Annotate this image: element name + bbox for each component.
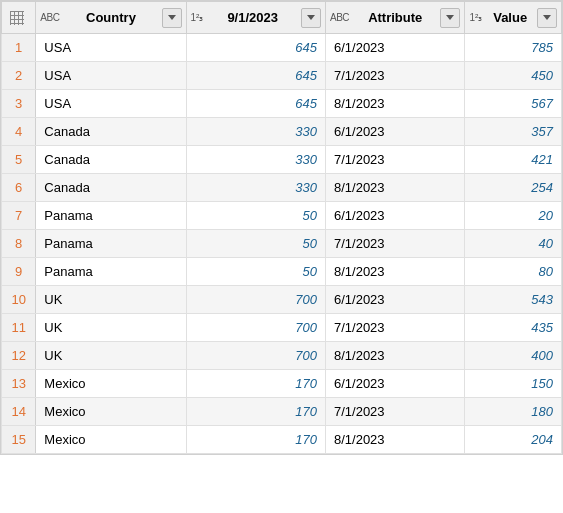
date-header: 1²₃ 9/1/2023 xyxy=(186,2,325,34)
row-num-header xyxy=(2,2,36,34)
table-row: 11UK7007/1/2023435 xyxy=(2,314,562,342)
attribute-cell: 7/1/2023 xyxy=(325,146,464,174)
row-number: 2 xyxy=(2,62,36,90)
value-cell: 450 xyxy=(465,62,562,90)
attribute-cell: 8/1/2023 xyxy=(325,426,464,454)
date-cell: 50 xyxy=(186,258,325,286)
value-cell: 435 xyxy=(465,314,562,342)
attribute-dropdown-arrow xyxy=(446,15,454,20)
value-cell: 543 xyxy=(465,286,562,314)
attribute-cell: 6/1/2023 xyxy=(325,118,464,146)
row-number: 14 xyxy=(2,398,36,426)
country-cell: USA xyxy=(36,62,186,90)
table-row: 14Mexico1707/1/2023180 xyxy=(2,398,562,426)
data-table: ABC Country 1²₃ 9/1/2023 xyxy=(0,0,563,455)
country-cell: Panama xyxy=(36,230,186,258)
value-cell: 254 xyxy=(465,174,562,202)
row-number: 4 xyxy=(2,118,36,146)
attribute-cell: 8/1/2023 xyxy=(325,258,464,286)
country-dropdown-arrow xyxy=(168,15,176,20)
table-row: 1USA6456/1/2023785 xyxy=(2,34,562,62)
date-cell: 330 xyxy=(186,174,325,202)
country-cell: Mexico xyxy=(36,426,186,454)
date-filter-button[interactable] xyxy=(301,8,321,28)
attribute-cell: 8/1/2023 xyxy=(325,90,464,118)
country-filter-button[interactable] xyxy=(162,8,182,28)
abc-icon-country: ABC xyxy=(40,12,59,23)
country-cell: Canada xyxy=(36,118,186,146)
row-number: 3 xyxy=(2,90,36,118)
date-cell: 330 xyxy=(186,118,325,146)
country-cell: UK xyxy=(36,314,186,342)
attribute-cell: 8/1/2023 xyxy=(325,174,464,202)
table-row: 15Mexico1708/1/2023204 xyxy=(2,426,562,454)
country-header: ABC Country xyxy=(36,2,186,34)
date-cell: 170 xyxy=(186,426,325,454)
attribute-header: ABC Attribute xyxy=(325,2,464,34)
value-cell: 357 xyxy=(465,118,562,146)
value-cell: 204 xyxy=(465,426,562,454)
header-row: ABC Country 1²₃ 9/1/2023 xyxy=(2,2,562,34)
row-number: 12 xyxy=(2,342,36,370)
table-row: 3USA6458/1/2023567 xyxy=(2,90,562,118)
country-cell: UK xyxy=(36,286,186,314)
date-header-label: 9/1/2023 xyxy=(206,10,299,25)
num-icon-date: 1²₃ xyxy=(191,12,204,23)
attribute-cell: 7/1/2023 xyxy=(325,62,464,90)
row-number: 9 xyxy=(2,258,36,286)
value-cell: 180 xyxy=(465,398,562,426)
value-header: 1²₃ Value xyxy=(465,2,562,34)
country-cell: Panama xyxy=(36,202,186,230)
value-cell: 80 xyxy=(465,258,562,286)
country-cell: Canada xyxy=(36,146,186,174)
table-row: 5Canada3307/1/2023421 xyxy=(2,146,562,174)
value-cell: 785 xyxy=(465,34,562,62)
date-cell: 700 xyxy=(186,314,325,342)
value-cell: 567 xyxy=(465,90,562,118)
row-number: 10 xyxy=(2,286,36,314)
table-row: 4Canada3306/1/2023357 xyxy=(2,118,562,146)
row-number: 6 xyxy=(2,174,36,202)
table-row: 12UK7008/1/2023400 xyxy=(2,342,562,370)
table-row: 7Panama506/1/202320 xyxy=(2,202,562,230)
value-filter-button[interactable] xyxy=(537,8,557,28)
row-number: 8 xyxy=(2,230,36,258)
row-number: 7 xyxy=(2,202,36,230)
country-cell: USA xyxy=(36,34,186,62)
date-cell: 645 xyxy=(186,90,325,118)
attribute-cell: 6/1/2023 xyxy=(325,202,464,230)
date-cell: 330 xyxy=(186,146,325,174)
table-row: 10UK7006/1/2023543 xyxy=(2,286,562,314)
attribute-cell: 6/1/2023 xyxy=(325,34,464,62)
value-cell: 40 xyxy=(465,230,562,258)
attribute-cell: 7/1/2023 xyxy=(325,230,464,258)
date-cell: 170 xyxy=(186,370,325,398)
country-cell: Mexico xyxy=(36,370,186,398)
row-number: 1 xyxy=(2,34,36,62)
abc-icon-attribute: ABC xyxy=(330,12,349,23)
date-cell: 700 xyxy=(186,286,325,314)
table-row: 6Canada3308/1/2023254 xyxy=(2,174,562,202)
row-number: 15 xyxy=(2,426,36,454)
date-cell: 50 xyxy=(186,202,325,230)
value-cell: 421 xyxy=(465,146,562,174)
grid-icon xyxy=(10,11,24,25)
table-row: 8Panama507/1/202340 xyxy=(2,230,562,258)
attribute-filter-button[interactable] xyxy=(440,8,460,28)
value-header-label: Value xyxy=(485,10,535,25)
row-number: 11 xyxy=(2,314,36,342)
date-cell: 645 xyxy=(186,62,325,90)
table-row: 2USA6457/1/2023450 xyxy=(2,62,562,90)
table-row: 9Panama508/1/202380 xyxy=(2,258,562,286)
date-cell: 170 xyxy=(186,398,325,426)
attribute-header-label: Attribute xyxy=(352,10,438,25)
value-dropdown-arrow xyxy=(543,15,551,20)
num-icon-value: 1²₃ xyxy=(469,12,482,23)
attribute-cell: 7/1/2023 xyxy=(325,314,464,342)
country-header-label: Country xyxy=(62,10,159,25)
table-row: 13Mexico1706/1/2023150 xyxy=(2,370,562,398)
date-cell: 645 xyxy=(186,34,325,62)
attribute-cell: 6/1/2023 xyxy=(325,286,464,314)
value-cell: 20 xyxy=(465,202,562,230)
country-cell: USA xyxy=(36,90,186,118)
